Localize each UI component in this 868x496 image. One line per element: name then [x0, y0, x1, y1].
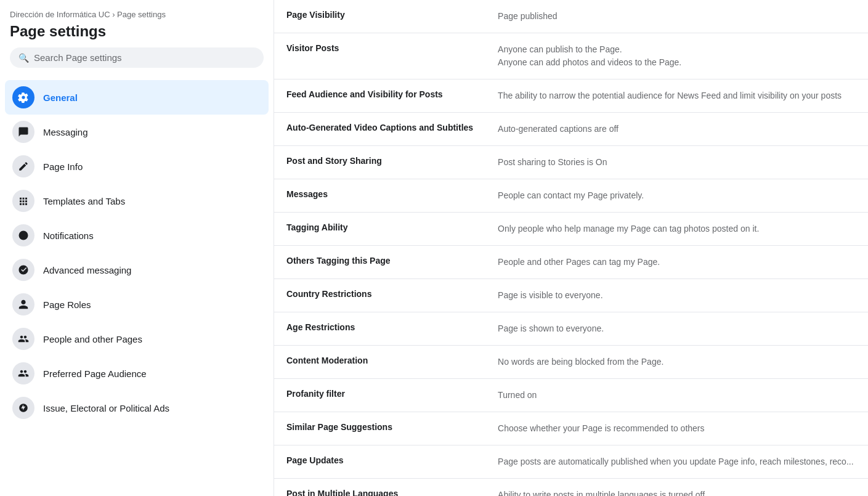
advanced-messaging-icon: [12, 259, 34, 281]
svg-point-0: [19, 231, 28, 240]
table-row[interactable]: Feed Audience and Visibility for PostsTh…: [274, 79, 868, 113]
table-row[interactable]: Auto-Generated Video Captions and Subtit…: [274, 113, 868, 146]
setting-value: Page is shown to everyone.: [485, 312, 868, 346]
setting-value: Page posts are automatically published w…: [485, 445, 868, 479]
table-row[interactable]: Content ModerationNo words are being blo…: [274, 346, 868, 379]
setting-label: Age Restrictions: [274, 312, 485, 346]
setting-value: Auto-generated captions are off: [485, 113, 868, 146]
setting-value: Choose whether your Page is recommended …: [485, 412, 868, 445]
table-row[interactable]: MessagesPeople can contact my Page priva…: [274, 179, 868, 213]
table-row[interactable]: Profanity filterTurned on: [274, 379, 868, 412]
setting-value: No words are being blocked from the Page…: [485, 346, 868, 379]
table-row[interactable]: Tagging AbilityOnly people who help mana…: [274, 213, 868, 246]
sidebar-item-page-info[interactable]: Page Info: [5, 149, 269, 184]
setting-label: Post and Story Sharing: [274, 146, 485, 179]
messaging-icon: [12, 121, 34, 143]
setting-value: Anyone can publish to the Page.Anyone ca…: [485, 33, 868, 79]
setting-value: Page is visible to everyone.: [485, 279, 868, 312]
setting-label: Visitor Posts: [274, 33, 485, 79]
sidebar-item-label-page-roles: Page Roles: [43, 299, 91, 310]
setting-label: Post in Multiple Languages: [274, 479, 485, 497]
sidebar-item-label-templates-tabs: Templates and Tabs: [43, 196, 125, 206]
table-row[interactable]: Page UpdatesPage posts are automatically…: [274, 445, 868, 479]
sidebar-item-issue-ads[interactable]: Issue, Electoral or Political Ads: [5, 391, 269, 425]
page-title: Page settings: [10, 23, 264, 40]
sidebar-header: Dirección de Informática UC › Page setti…: [0, 0, 274, 78]
setting-label: Similar Page Suggestions: [274, 412, 485, 445]
search-input[interactable]: [34, 52, 255, 63]
sidebar: Dirección de Informática UC › Page setti…: [0, 0, 274, 496]
search-box[interactable]: 🔍: [10, 47, 264, 68]
sidebar-item-label-preferred-page-audience: Preferred Page Audience: [43, 368, 147, 379]
people-other-pages-icon: [12, 328, 34, 350]
table-row[interactable]: Visitor PostsAnyone can publish to the P…: [274, 33, 868, 79]
table-row[interactable]: Post and Story SharingPost sharing to St…: [274, 146, 868, 179]
setting-value: Turned on: [485, 379, 868, 412]
setting-value: Post sharing to Stories is On: [485, 146, 868, 179]
setting-value: People and other Pages can tag my Page.: [485, 246, 868, 279]
setting-value: People can contact my Page privately.: [485, 179, 868, 213]
sidebar-item-templates-tabs[interactable]: Templates and Tabs: [5, 184, 269, 218]
setting-value: The ability to narrow the potential audi…: [485, 79, 868, 113]
table-row[interactable]: Page VisibilityPage published: [274, 0, 868, 33]
preferred-page-audience-icon: [12, 362, 34, 384]
general-icon: [12, 86, 34, 108]
setting-label: Feed Audience and Visibility for Posts: [274, 79, 485, 113]
sidebar-item-general[interactable]: General: [5, 80, 269, 115]
notifications-icon: [12, 224, 34, 246]
table-row[interactable]: Post in Multiple LanguagesAbility to wri…: [274, 479, 868, 497]
table-row[interactable]: Similar Page SuggestionsChoose whether y…: [274, 412, 868, 445]
setting-label: Auto-Generated Video Captions and Subtit…: [274, 113, 485, 146]
setting-label: Page Updates: [274, 445, 485, 479]
setting-value: Ability to write posts in multiple langu…: [485, 479, 868, 497]
setting-label: Others Tagging this Page: [274, 246, 485, 279]
issue-ads-icon: [12, 397, 34, 419]
sidebar-item-label-issue-ads: Issue, Electoral or Political Ads: [43, 403, 169, 413]
setting-value: Page published: [485, 0, 868, 33]
sidebar-item-notifications[interactable]: Notifications: [5, 218, 269, 253]
sidebar-item-people-other-pages[interactable]: People and other Pages: [5, 322, 269, 356]
page-roles-icon: [12, 293, 34, 315]
table-row[interactable]: Age RestrictionsPage is shown to everyon…: [274, 312, 868, 346]
page-info-icon: [12, 155, 34, 177]
sidebar-item-label-general: General: [43, 92, 78, 103]
table-row[interactable]: Others Tagging this PagePeople and other…: [274, 246, 868, 279]
setting-label: Content Moderation: [274, 346, 485, 379]
sidebar-item-label-notifications: Notifications: [43, 230, 94, 241]
settings-table: Page VisibilityPage publishedVisitor Pos…: [274, 0, 868, 496]
sidebar-item-page-roles[interactable]: Page Roles: [5, 287, 269, 322]
setting-label: Profanity filter: [274, 379, 485, 412]
nav-items: GeneralMessagingPage InfoTemplates and T…: [0, 78, 274, 428]
table-row[interactable]: Country RestrictionsPage is visible to e…: [274, 279, 868, 312]
templates-tabs-icon: [12, 190, 34, 212]
sidebar-item-messaging[interactable]: Messaging: [5, 115, 269, 149]
sidebar-item-label-page-info: Page Info: [43, 161, 83, 172]
sidebar-item-advanced-messaging[interactable]: Advanced messaging: [5, 253, 269, 287]
search-icon: 🔍: [18, 53, 29, 63]
setting-label: Country Restrictions: [274, 279, 485, 312]
sidebar-item-label-messaging: Messaging: [43, 127, 88, 137]
setting-value: Only people who help manage my Page can …: [485, 213, 868, 246]
sidebar-item-preferred-page-audience[interactable]: Preferred Page Audience: [5, 356, 269, 391]
sidebar-item-label-advanced-messaging: Advanced messaging: [43, 265, 131, 275]
sidebar-item-label-people-other-pages: People and other Pages: [43, 334, 142, 344]
breadcrumb: Dirección de Informática UC › Page setti…: [10, 10, 264, 19]
main-content: Page VisibilityPage publishedVisitor Pos…: [274, 0, 868, 496]
setting-label: Tagging Ability: [274, 213, 485, 246]
setting-label: Page Visibility: [274, 0, 485, 33]
setting-label: Messages: [274, 179, 485, 213]
